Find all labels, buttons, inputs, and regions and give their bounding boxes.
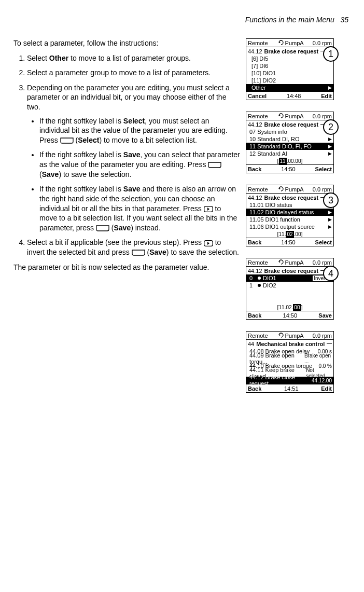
softkey-left[interactable]: Back	[248, 239, 261, 245]
device-screen-4: 4 Remote PumpA 0.0 rpm 44.12 Brake close…	[246, 258, 334, 320]
list-item[interactable]: 11 Standard DIO, FI, FO▶	[246, 143, 333, 150]
softkey-right-icon	[60, 137, 74, 144]
list-item[interactable]: [6] DI5	[246, 55, 333, 62]
softkey-bar: Back 14:50 Select	[246, 164, 333, 173]
arrow-icon: ▶	[328, 144, 332, 149]
softkey-right[interactable]: Select	[315, 166, 332, 172]
rotation-icon	[278, 259, 284, 266]
status-bar: Remote PumpA 0.0 rpm	[246, 185, 333, 194]
path-indicator: [ 11.02.00 ]	[246, 304, 333, 311]
list-item[interactable]: 11.06 DIO1 output source▶	[246, 223, 333, 230]
rotation-icon	[278, 40, 284, 46]
softkey-bar: Cancel 14:48 Edit	[246, 91, 333, 100]
list-item[interactable]: 44.09 Brake open torqu...Brake open ...	[246, 355, 333, 362]
clock: 14:50	[261, 312, 318, 319]
instructions-column: To select a parameter, follow the instru…	[13, 38, 246, 279]
right-arrow-icon	[204, 240, 213, 246]
step-2: Select a parameter group to move to a li…	[27, 68, 241, 78]
intro-text: To select a parameter, follow the instru…	[13, 38, 241, 48]
softkey-right[interactable]: Edit	[321, 386, 332, 392]
softkey-right-icon	[208, 162, 221, 168]
bit-row[interactable]: 1DIO2	[246, 282, 333, 289]
list-item[interactable]: [10] DIO1	[246, 70, 333, 77]
list-item[interactable]: 10 Standard DI, RO▶	[246, 135, 333, 143]
page-number: 35	[340, 16, 348, 24]
bit-list: 0DIO1Invert ▸1DIO2	[246, 274, 333, 289]
arrow-icon: ▶	[328, 151, 332, 156]
softkey-left[interactable]: Cancel	[248, 93, 267, 99]
list-item[interactable]: 11.02 DIO delayed status▶	[246, 209, 333, 216]
badge-4: 4	[323, 266, 339, 281]
softkey-right[interactable]: Select	[315, 239, 332, 245]
list-item[interactable]: Other▶	[246, 84, 333, 91]
screenshots-column: 1 Remote PumpA 0.0 rpm 44.12 Brake close…	[246, 38, 343, 393]
softkey-right-icon	[96, 225, 109, 231]
clock: 14:50	[261, 166, 315, 172]
softkey-left[interactable]: Back	[248, 312, 261, 319]
list-item[interactable]: [11] DIO2	[246, 77, 333, 84]
device-screen-2: 2 Remote PumpA 0.0 rpm 44.12 Brake close…	[246, 112, 334, 173]
bullet-save-arrow: If the right softkey label is Save and t…	[39, 184, 241, 232]
step-3: Depending on the parameter you are editi…	[27, 83, 241, 233]
clock: 14:50	[261, 239, 315, 245]
device-screen-3: 3 Remote PumpA 0.0 rpm 44.12 Brake close…	[246, 185, 334, 246]
closing-text: The parameter or bit is now selected as …	[13, 263, 241, 272]
device-screen-5: Remote PumpA 0.0 rpm 44 Mechanical brake…	[246, 331, 334, 393]
group-title: 44 Mechanical brake control	[246, 340, 333, 348]
arrow-icon: ▶	[328, 224, 332, 229]
softkey-right[interactable]: Edit	[321, 93, 332, 99]
list-item[interactable]: [7] DI6	[246, 62, 333, 70]
path-indicator: [ 11.02.00 ]	[246, 230, 333, 238]
rotation-icon	[278, 186, 284, 192]
path-indicator: [ 11.00.00 ]	[246, 157, 333, 164]
steps-list: Select Other to move to a list of parame…	[13, 53, 241, 257]
status-bar: Remote PumpA 0.0 rpm	[246, 332, 333, 340]
bit-state-icon	[258, 277, 261, 280]
device-screen-1: 1 Remote PumpA 0.0 rpm 44.12 Brake close…	[246, 38, 334, 100]
status-bar: Remote PumpA 0.0 rpm	[246, 112, 333, 120]
clock: 14:51	[261, 386, 321, 392]
softkey-right-icon	[132, 250, 145, 256]
badge-3: 3	[323, 192, 339, 208]
param-title: 44.12 Brake close request	[246, 47, 333, 55]
list-item[interactable]: 44.12 Brake close request44.12.00	[246, 377, 333, 384]
bullet-save: If the right softkey label is Save, you …	[39, 150, 241, 179]
page-header: Functions in the main Menu 35	[13, 16, 348, 24]
param-title: 44.12 Brake close request	[246, 267, 333, 274]
list-area: 07 System info10 Standard DI, RO▶11 Stan…	[246, 128, 333, 157]
softkey-right[interactable]: Save	[318, 312, 332, 319]
list-item[interactable]: 12 Standard AI▶	[246, 150, 333, 157]
bit-row[interactable]: 0DIO1Invert ▸	[246, 274, 333, 282]
param-title: 44.12 Brake close request	[246, 120, 333, 128]
right-arrow-icon	[204, 206, 213, 212]
list-item[interactable]: 11.01 DIO status	[246, 201, 333, 209]
softkey-bar: Back 14:50 Select	[246, 238, 333, 246]
softkey-bar: Back 14:50 Save	[246, 311, 333, 319]
status-bar: Remote PumpA 0.0 rpm	[246, 39, 333, 47]
list-area: 11.01 DIO status11.02 DIO delayed status…	[246, 201, 333, 230]
clock: 14:48	[267, 93, 321, 99]
step-4: Select a bit if applicable (see the prev…	[27, 238, 241, 257]
list-item[interactable]: 07 System info	[246, 128, 333, 135]
softkey-bar: Back 14:51 Edit	[246, 384, 333, 392]
arrow-icon: ▶	[328, 85, 332, 90]
rotation-icon	[278, 113, 284, 119]
arrow-icon: ▶	[328, 136, 332, 142]
softkey-left[interactable]: Back	[248, 166, 261, 172]
list-area: [6] DI5[7] DI6[10] DIO1[11] DIO2Other▶	[246, 55, 333, 91]
badge-2: 2	[323, 119, 339, 135]
list-item[interactable]: 11.05 DIO1 function▶	[246, 216, 333, 223]
bit-state-icon	[258, 284, 261, 287]
param-title: 44.12 Brake close request	[246, 194, 333, 201]
arrow-icon: ▶	[328, 210, 332, 215]
badge-1: 1	[323, 46, 339, 62]
arrow-icon: ▶	[328, 217, 332, 222]
status-bar: Remote PumpA 0.0 rpm	[246, 258, 333, 267]
bullet-select: If the right softkey label is Select, yo…	[39, 116, 241, 145]
list-area: 44.08 Brake open delay0.00 s44.09 Brake …	[246, 348, 333, 384]
rotation-icon	[278, 333, 284, 339]
step-1: Select Other to move to a list of parame…	[27, 53, 241, 63]
header-title: Functions in the main Menu	[245, 16, 334, 24]
softkey-left[interactable]: Back	[248, 386, 261, 392]
